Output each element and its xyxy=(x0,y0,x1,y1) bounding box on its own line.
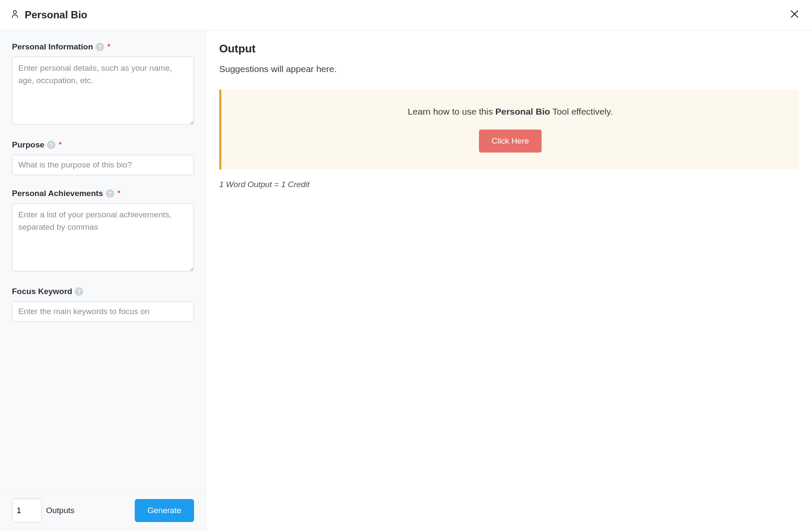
label-personal-achievements: Personal Achievements xyxy=(12,189,103,198)
field-personal-achievements: Personal Achievements ? * xyxy=(12,189,194,273)
help-icon[interactable]: ? xyxy=(75,287,83,296)
page-title: Personal Bio xyxy=(25,9,87,21)
help-icon[interactable]: ? xyxy=(96,43,104,51)
outputs-count-input[interactable] xyxy=(12,499,42,522)
tip-click-here-button[interactable]: Click Here xyxy=(479,130,542,153)
svg-point-0 xyxy=(13,11,16,14)
help-icon[interactable]: ? xyxy=(47,141,55,149)
field-personal-information: Personal Information ? * xyxy=(12,42,194,127)
output-placeholder-text: Suggestions will appear here. xyxy=(219,64,799,74)
output-title: Output xyxy=(219,42,799,55)
tip-prefix: Learn how to use this xyxy=(408,107,495,116)
personal-information-input[interactable] xyxy=(12,57,194,125)
personal-achievements-input[interactable] xyxy=(12,203,194,271)
user-icon xyxy=(10,9,20,20)
tip-text: Learn how to use this Personal Bio Tool … xyxy=(234,107,786,117)
required-mark: * xyxy=(118,190,120,197)
close-icon[interactable] xyxy=(787,7,802,23)
outputs-label: Outputs xyxy=(46,506,75,515)
required-mark: * xyxy=(59,141,61,149)
output-panel: Output Suggestions will appear here. Lea… xyxy=(206,30,812,531)
tip-card: Learn how to use this Personal Bio Tool … xyxy=(219,89,799,170)
tip-suffix: Tool effectively. xyxy=(550,107,613,116)
required-mark: * xyxy=(107,43,110,51)
label-focus-keyword: Focus Keyword xyxy=(12,287,72,296)
field-focus-keyword: Focus Keyword ? xyxy=(12,287,194,322)
tip-bold: Personal Bio xyxy=(496,107,550,116)
credit-note: 1 Word Output = 1 Credit xyxy=(219,180,799,189)
form-footer: Outputs Generate xyxy=(0,491,206,531)
focus-keyword-input[interactable] xyxy=(12,301,194,322)
label-purpose: Purpose xyxy=(12,140,44,150)
generate-button[interactable]: Generate xyxy=(135,499,194,522)
field-purpose: Purpose ? * xyxy=(12,140,194,175)
header: Personal Bio xyxy=(0,0,812,30)
purpose-input[interactable] xyxy=(12,155,194,175)
form-sidebar: Personal Information ? * Purpose ? * xyxy=(0,30,206,531)
help-icon[interactable]: ? xyxy=(106,189,114,198)
label-personal-information: Personal Information xyxy=(12,42,93,52)
